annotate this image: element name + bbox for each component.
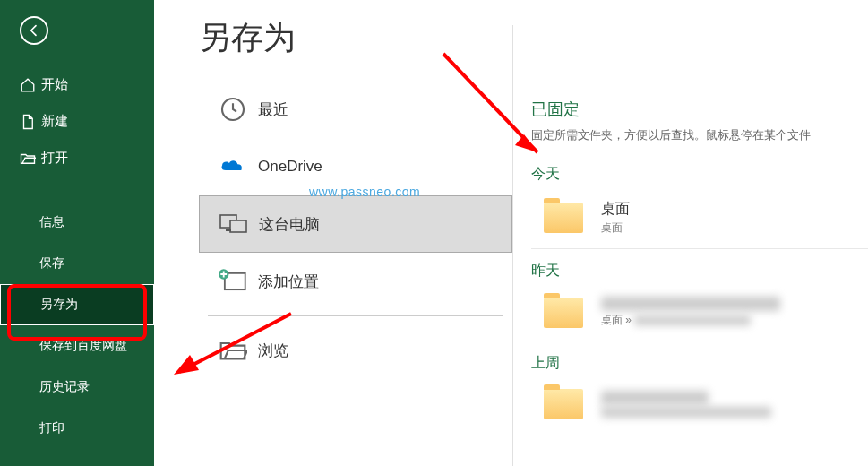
sidebar-item-new[interactable]: 新建	[0, 103, 154, 140]
sidebar-item-label: 打开	[41, 150, 68, 167]
sidebar: 开始 新建 打开 信息 保存 另存为 保存到百度网盘 历史记录 打印	[0, 0, 154, 466]
back-button[interactable]	[20, 16, 48, 45]
svg-marker-9	[174, 355, 199, 375]
location-label: 这台电脑	[259, 214, 320, 235]
svg-rect-3	[226, 229, 231, 231]
clock-icon	[208, 95, 258, 124]
sidebar-item-label: 历史记录	[39, 379, 90, 395]
sidebar-item-label: 另存为	[40, 297, 78, 313]
folder-row[interactable]: 桌面 桌面	[531, 193, 868, 249]
group-last-week: 上周	[531, 354, 868, 373]
folder-row[interactable]: 桌面 »	[531, 289, 868, 341]
sidebar-item-label: 信息	[39, 214, 64, 230]
onedrive-icon	[208, 152, 258, 181]
annotation-arrow	[269, 45, 555, 179]
svg-marker-7	[515, 134, 537, 152]
location-this-pc[interactable]: 这台电脑	[199, 195, 512, 253]
location-add-place[interactable]: 添加位置	[199, 253, 512, 310]
svg-line-8	[179, 314, 291, 372]
group-yesterday: 昨天	[531, 262, 868, 280]
folder-open-icon	[20, 151, 41, 167]
folder-path: 桌面	[601, 220, 630, 236]
arrow-left-icon	[27, 23, 41, 38]
home-icon	[20, 77, 41, 93]
add-location-icon	[208, 267, 258, 296]
sidebar-item-save[interactable]: 保存	[0, 243, 154, 284]
folder-icon	[544, 203, 583, 233]
sidebar-item-print[interactable]: 打印	[0, 408, 154, 449]
sidebar-item-label: 开始	[41, 76, 68, 93]
recent-column: 已固定 固定所需文件夹，方便以后查找。鼠标悬停在某个文件 今天 桌面 桌面 昨天…	[512, 25, 868, 466]
folder-icon	[544, 389, 583, 419]
folder-row[interactable]	[531, 382, 868, 432]
folder-path-blurred	[601, 407, 771, 418]
pinned-sub: 固定所需文件夹，方便以后查找。鼠标悬停在某个文件	[531, 127, 868, 143]
sidebar-item-info[interactable]: 信息	[0, 202, 154, 243]
sidebar-item-save-as[interactable]: 另存为	[0, 284, 154, 325]
document-icon	[20, 114, 41, 130]
folder-name-blurred	[601, 297, 780, 311]
computer-icon	[209, 210, 259, 238]
location-label: 添加位置	[258, 272, 319, 292]
sidebar-item-save-baidu[interactable]: 保存到百度网盘	[0, 325, 154, 367]
folder-name: 桌面	[601, 200, 630, 219]
sidebar-item-label: 打印	[39, 420, 64, 436]
sidebar-item-label: 保存到百度网盘	[39, 338, 127, 354]
svg-rect-2	[230, 220, 246, 232]
annotation-arrow	[152, 305, 314, 394]
sidebar-item-start[interactable]: 开始	[0, 66, 154, 103]
sidebar-item-history[interactable]: 历史记录	[0, 367, 154, 408]
group-today: 今天	[531, 165, 868, 184]
folder-icon	[544, 298, 583, 328]
sidebar-item-label: 新建	[41, 113, 68, 130]
pinned-head: 已固定	[531, 99, 868, 120]
watermark: www.passneo.com	[309, 185, 420, 199]
folder-name-blurred	[601, 391, 709, 405]
folder-path: 桌面 »	[601, 313, 780, 328]
sidebar-item-open[interactable]: 打开	[0, 140, 154, 177]
sidebar-item-label: 保存	[39, 255, 64, 272]
